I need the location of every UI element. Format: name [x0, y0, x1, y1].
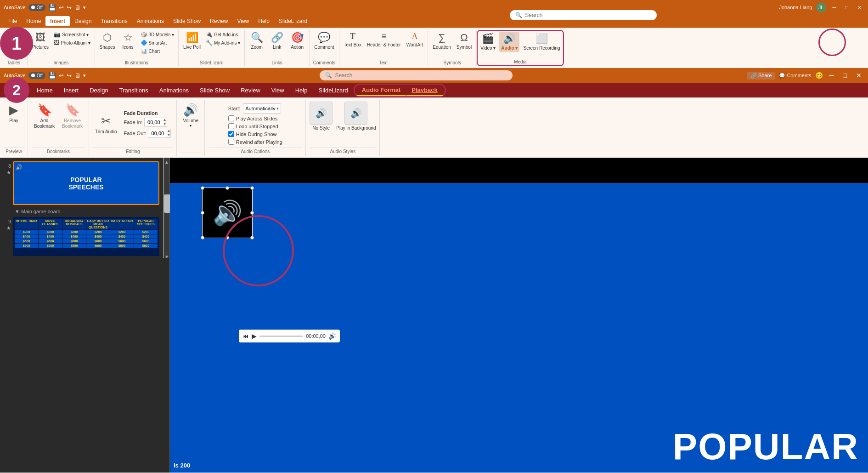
qat-dropdown[interactable]: ▾ [83, 5, 86, 11]
symbol-btn[interactable]: Ω Symbol [455, 31, 473, 51]
loop-checkbox[interactable] [228, 123, 234, 129]
menu2-insert[interactable]: Insert [58, 85, 85, 96]
volume-btn[interactable]: 🔊 Volume ▾ [180, 102, 201, 129]
audio-rewind-btn[interactable]: ⏮ [242, 332, 249, 340]
menu-design[interactable]: Design [70, 16, 96, 26]
menu2-slidelizard[interactable]: SlideLizard [313, 85, 353, 96]
close-btn-2[interactable]: ✕ [853, 72, 864, 79]
pictures-btn[interactable]: 🖼 Pictures [30, 31, 51, 51]
wordart-btn[interactable]: A WordArt [405, 31, 425, 49]
save-icon[interactable]: 💾 [48, 4, 56, 11]
hide-checkbox[interactable] [228, 131, 234, 137]
slide-scrollbar[interactable]: ▲ ▼ [163, 158, 169, 258]
handle-br[interactable] [250, 236, 254, 239]
shapes-btn[interactable]: ⬡ Shapes [98, 31, 117, 51]
menu-help[interactable]: Help [254, 16, 274, 26]
play-across-slides-chk[interactable]: Play Across Slides [228, 115, 277, 121]
add-bookmark-btn[interactable]: 🔖 AddBookmark [32, 102, 57, 131]
video-btn[interactable]: 🎬 Video ▾ [479, 32, 497, 52]
menu-home[interactable]: Home [22, 16, 45, 26]
fade-in-input[interactable] [145, 118, 163, 126]
slide-9-thumb[interactable]: RHYME TIME! MOVIE CLASSICS BROADWAY MUSI… [13, 217, 159, 256]
handle-tl[interactable] [201, 186, 204, 190]
emoji-btn[interactable]: 😊 [815, 72, 823, 79]
3dmodels-btn[interactable]: 🎲3D Models ▾ [139, 31, 176, 38]
audio-play-btn[interactable]: ▶ [252, 332, 257, 340]
equation-btn[interactable]: ∑ Equation [431, 31, 452, 51]
scroll-down-btn[interactable]: ▼ [164, 254, 169, 256]
rewind-after-chk[interactable]: Rewind after Playing [228, 139, 282, 145]
menu-slideshow[interactable]: Slide Show [169, 16, 205, 26]
handle-mr[interactable] [250, 211, 254, 215]
action-btn[interactable]: 🎯 Action [288, 31, 306, 51]
icons-btn[interactable]: ☆ Icons [119, 31, 137, 51]
remove-bookmark-btn[interactable]: 🔖 RemoveBookmark [60, 102, 85, 131]
handle-bl[interactable] [201, 236, 204, 239]
fade-out-down[interactable]: ▼ [167, 133, 170, 137]
save-icon-2[interactable]: 💾 [48, 72, 56, 79]
menu-animations[interactable]: Animations [132, 16, 169, 26]
minimize-btn-2[interactable]: ─ [827, 72, 837, 79]
screenrecording-btn[interactable]: ⬜ Screen Recording [521, 32, 562, 52]
present-icon[interactable]: 🖥 [74, 4, 80, 11]
menu2-animations[interactable]: Animations [154, 85, 194, 96]
menu2-audioformat[interactable]: Audio Format [356, 85, 406, 96]
headerfooter-btn[interactable]: ≡ Header & Footer [365, 31, 403, 49]
menu2-view[interactable]: View [266, 85, 290, 96]
menu2-slideshow[interactable]: Slide Show [194, 85, 235, 96]
zoom-btn[interactable]: 🔍 Zoom [248, 31, 266, 51]
handle-tc[interactable] [225, 186, 229, 190]
comments-btn-2[interactable]: 💬 Comments [779, 73, 811, 79]
search-input-2[interactable] [335, 72, 507, 79]
comment-btn[interactable]: 💬 Comment [312, 31, 336, 51]
scroll-up-btn[interactable]: ▲ [164, 160, 169, 161]
no-style-btn[interactable]: 🔊 No Style [310, 102, 333, 131]
fade-in-down[interactable]: ▼ [163, 122, 167, 126]
audio-element[interactable]: 🔊 [202, 188, 303, 253]
play-across-checkbox[interactable] [228, 115, 234, 121]
maximize-btn-2[interactable]: □ [840, 72, 850, 79]
start-dropdown[interactable]: Automatically ▾ [243, 103, 281, 114]
minimize-btn[interactable]: ─ [830, 5, 839, 10]
menu-review[interactable]: Review [205, 16, 232, 26]
photo-album-btn[interactable]: 🖼 Photo Album ▾ [52, 39, 91, 46]
qat-dropdown-2[interactable]: ▾ [83, 73, 86, 79]
search-input-top[interactable] [525, 12, 651, 18]
loop-until-stopped-chk[interactable]: Loop until Stopped [228, 123, 278, 129]
redo-btn-2[interactable]: ↪ [67, 72, 72, 79]
close-btn[interactable]: ✕ [855, 5, 864, 11]
chart-btn[interactable]: 📊Chart [139, 47, 176, 55]
share-btn[interactable]: 🔗 Share [747, 72, 775, 80]
menu2-help[interactable]: Help [290, 85, 313, 96]
textbox-btn[interactable]: T Text Box [342, 31, 363, 49]
myaddins-btn[interactable]: 🔧My Add-ins ▾ [204, 39, 242, 46]
autosave-toggle[interactable]: Off [28, 4, 45, 11]
menu-insert[interactable]: Insert [45, 16, 70, 26]
getaddins-btn[interactable]: 🔌Get Add-ins [204, 31, 242, 38]
menu-transitions[interactable]: Transitions [96, 16, 132, 26]
menu2-home[interactable]: Home [31, 85, 58, 96]
handle-bc[interactable] [225, 236, 229, 239]
hide-during-show-chk[interactable]: Hide During Show [228, 131, 282, 137]
audio-progress-bar[interactable] [259, 336, 303, 337]
fade-out-input[interactable] [148, 129, 167, 137]
link-btn[interactable]: 🔗 Link [268, 31, 286, 51]
play-btn[interactable]: ▶ Play [4, 102, 24, 125]
menu-view[interactable]: View [232, 16, 254, 26]
present-icon-2[interactable]: 🖥 [74, 72, 80, 79]
screenshot-btn[interactable]: 📷 Screenshot ▾ [52, 31, 91, 38]
menu-file[interactable]: File [4, 16, 22, 26]
menu2-playback[interactable]: Playback [406, 85, 443, 96]
menu2-design[interactable]: Design [84, 85, 113, 96]
menu2-review[interactable]: Review [235, 85, 266, 96]
autosave-toggle-2[interactable]: Off [28, 72, 45, 79]
menu2-transitions[interactable]: Transitions [114, 85, 154, 96]
maximize-btn[interactable]: □ [842, 5, 851, 10]
audio-vol-btn[interactable]: 🔊 [328, 332, 336, 340]
smartart-btn[interactable]: 🔷SmartArt [139, 39, 176, 46]
handle-ml[interactable] [201, 211, 204, 215]
slide-8-thumb[interactable]: 🔊 POPULAR SPEECHES [13, 161, 159, 205]
handle-tr[interactable] [250, 186, 254, 190]
livepoll-btn[interactable]: 📶 Live Poll [181, 31, 203, 51]
undo-btn-2[interactable]: ↩ [59, 72, 64, 79]
